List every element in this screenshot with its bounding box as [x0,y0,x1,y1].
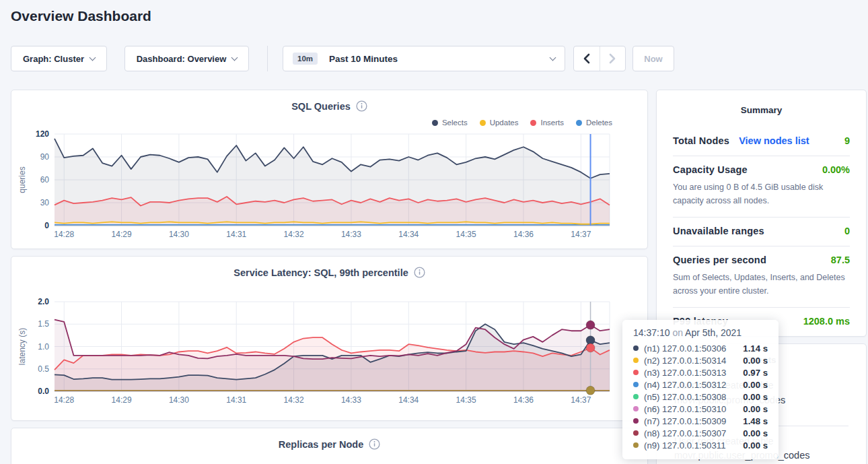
x-axis-tick: 14:30 [169,230,189,239]
tooltip-row: (n8) 127.0.0.1:503070.00 s [633,427,768,439]
dashboard-dropdown[interactable]: Dashboard: Overview [124,46,249,71]
stat-value: 1208.0 ms [803,316,850,327]
tooltip-node-address: (n7) 127.0.0.1:50309 [644,416,743,426]
y-axis-tick: 0 [44,221,49,230]
stat-capacity-usage: Capacity Usage 0.00% You are using 0 B o… [673,156,850,217]
now-button[interactable]: Now [632,46,674,71]
stat-value: 0.00% [822,164,850,175]
service-latency-chart[interactable]: 0.00.51.01.52.014:2814:2914:3014:3114:32… [11,257,649,422]
node-color-dot [633,430,639,436]
page-title: Overview Dashboard [11,8,151,24]
stat-subtext: Sum of Selects, Updates, Inserts, and De… [673,271,850,298]
overview-dashboard-page: Overview Dashboard Graph: Cluster Dashbo… [0,0,868,464]
x-axis-tick: 14:30 [169,395,189,405]
tooltip-row: (n9) 127.0.0.1:503110.00 s [633,439,768,451]
tooltip-node-address: (n3) 127.0.0.1:50313 [644,368,743,378]
tooltip-node-latency: 0.00 s [743,440,768,451]
x-axis-tick: 14:29 [112,230,132,239]
tooltip-row: (n4) 127.0.0.1:503120.00 s [633,378,768,391]
node-color-dot [633,418,639,424]
x-axis-tick: 14:31 [226,395,246,405]
tooltip-node-address: (n5) 127.0.0.1:50308 [644,392,743,402]
tooltip-node-address: (n4) 127.0.0.1:50312 [644,380,743,390]
chart-title-row: Replicas per Node [11,438,647,450]
y-axis-tick: 0.5 [38,364,49,374]
hover-dot [586,343,595,352]
tooltip-node-latency: 0.97 s [743,368,768,378]
tooltip-node-address: (n6) 127.0.0.1:50310 [644,404,743,414]
stat-label: Unavailable ranges [673,226,764,236]
summary-title: Summary [673,105,850,115]
view-nodes-list-link[interactable]: View nodes list [739,135,809,146]
tooltip-node-latency: 0.00 s [743,380,768,390]
y-axis-tick: 30 [40,198,50,207]
x-axis-tick: 14:37 [571,395,591,405]
time-prev-button[interactable] [574,46,600,71]
chart-hover-tooltip: 14:37:10 on Apr 5th, 2021 (n1) 127.0.0.1… [622,320,779,459]
stat-queries-per-second: Queries per second 87.5 Sum of Selects, … [673,246,850,307]
graph-dropdown[interactable]: Graph: Cluster [11,46,107,71]
tooltip-node-address: (n2) 127.0.0.1:50314 [644,356,743,366]
stat-subtext: You are using 0 B of 4.5 GiB usable disk… [673,180,850,207]
node-color-dot [633,358,639,363]
x-axis-tick: 14:32 [284,395,304,405]
tooltip-row: (n3) 127.0.0.1:503130.97 s [633,366,768,378]
tooltip-row: (n1) 127.0.0.1:503061.14 s [633,342,768,354]
chevron-down-icon [550,54,556,61]
x-axis-tick: 14:36 [513,395,534,405]
tooltip-node-latency: 0.00 s [743,392,768,402]
service-latency-chart-panel: Service Latency: SQL, 99th percentile 0.… [11,256,648,421]
chevron-left-icon [582,53,591,64]
chevron-down-icon [89,54,96,61]
y-axis-label: latency (s) [17,328,27,365]
tooltip-node-latency: 1.48 s [743,416,768,426]
tooltip-node-address: (n1) 127.0.0.1:50306 [644,343,743,354]
chevron-right-icon [608,53,617,64]
tooltip-node-latency: 0.00 s [743,428,768,438]
y-axis-tick: 1.5 [38,319,49,329]
x-axis-tick: 14:28 [54,230,74,239]
tooltip-node-latency: 0.00 s [743,404,768,414]
stat-value: 0 [844,226,850,236]
tooltip-node-latency: 0.00 s [743,356,768,366]
stat-value: 87.5 [831,255,850,265]
y-axis-tick: 120 [36,129,49,139]
hover-dot [586,386,595,395]
x-axis-tick: 14:31 [226,230,246,239]
tooltip-node-address: (n9) 127.0.0.1:50311 [644,440,743,451]
sql-queries-chart[interactable]: 030609012014:2814:2914:3014:3114:3214:33… [11,90,649,250]
chevron-down-icon [231,54,238,61]
stat-label: Queries per second [673,255,766,265]
x-axis-tick: 14:36 [513,230,534,239]
x-axis-tick: 14:34 [398,230,419,239]
x-axis-tick: 14:33 [341,395,361,405]
node-color-dot [633,394,639,399]
x-axis-tick: 14:34 [398,395,419,405]
stat-total-nodes: Total Nodes View nodes list 9 [673,127,850,156]
info-icon[interactable] [369,438,380,450]
node-color-dot [633,382,639,387]
tooltip-node-address: (n8) 127.0.0.1:50307 [644,428,743,438]
y-axis-tick: 2.0 [38,297,49,306]
time-next-button[interactable] [600,46,626,71]
time-nav-group [573,46,626,71]
time-range-badge: 10m [293,53,318,65]
y-axis-label: queries [17,166,27,193]
tooltip-row: (n2) 127.0.0.1:503140.00 s [633,354,768,366]
x-axis-tick: 14:33 [341,230,361,239]
replicas-per-node-chart-panel: Replicas per Node [11,428,648,464]
node-color-dot [633,442,639,448]
stat-value: 9 [844,135,850,146]
x-axis-tick: 14:32 [284,230,304,239]
time-range-selector[interactable]: 10m Past 10 Minutes [283,46,565,71]
x-axis-tick: 14:29 [112,395,132,405]
x-axis-tick: 14:28 [54,395,74,405]
chart-title: Replicas per Node [279,439,364,450]
graph-dropdown-label: Graph: Cluster [23,54,84,64]
tooltip-row: (n6) 127.0.0.1:503100.00 s [633,403,768,415]
summary-panel: Summary Total Nodes View nodes list 9 Ca… [656,90,867,337]
tooltip-timestamp: 14:37:10 on Apr 5th, 2021 [633,327,768,338]
tooltip-node-latency: 1.14 s [743,343,768,354]
x-axis-tick: 14:35 [456,395,476,405]
stat-label: Capacity Usage [673,164,748,175]
